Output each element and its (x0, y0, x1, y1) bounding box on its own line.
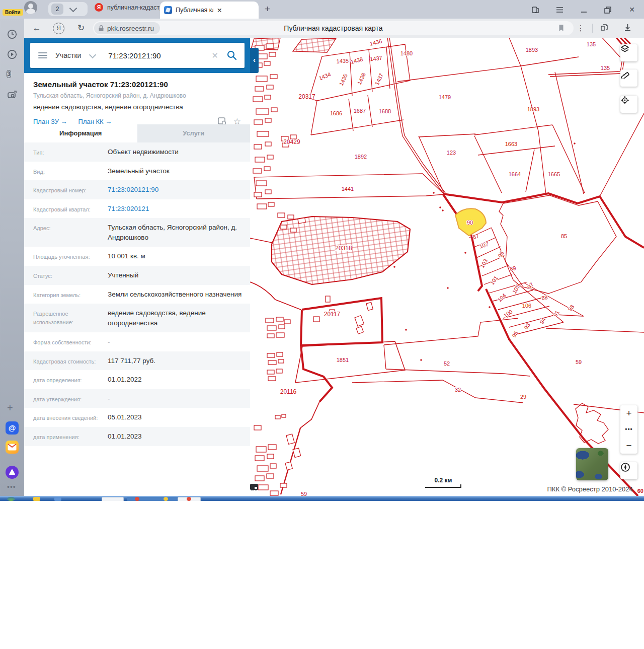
map-parcel-label[interactable]: 1479 (439, 94, 451, 100)
map-parcel-label[interactable]: 85 (561, 233, 567, 239)
tab-information[interactable]: Информация (24, 124, 137, 142)
map-parcel-label[interactable]: 1438 (350, 56, 364, 65)
locate-object-button[interactable] (620, 96, 637, 113)
map-parcel-label[interactable]: 1893 (527, 106, 539, 112)
tab-services[interactable]: Услуги (137, 124, 251, 142)
overview-minimap[interactable] (576, 448, 608, 480)
info-row-value[interactable]: 71:23:020121 (108, 204, 243, 214)
map-parcel-label[interactable]: 52 (444, 360, 450, 367)
map-parcel-label[interactable]: 95 (511, 330, 519, 339)
category-chevron-icon[interactable] (89, 51, 96, 58)
new-tab-button[interactable]: + (265, 4, 270, 15)
fullscreen-icon[interactable] (250, 484, 258, 490)
sidebar-more-icon[interactable]: ••• (7, 483, 16, 491)
map-parcel-label[interactable]: 20317 (298, 93, 315, 100)
map-parcel-label[interactable]: 100 (503, 309, 514, 319)
map-parcel-label[interactable]: 1892 (355, 154, 367, 160)
map-parcel-label[interactable]: 88 (541, 294, 548, 301)
map-parcel-label[interactable]: 107 (478, 241, 489, 250)
taskbar-icon[interactable] (33, 497, 40, 501)
refresh-icon[interactable]: ↻ (74, 22, 88, 35)
map-parcel-label[interactable]: 1436 (369, 38, 383, 47)
close-tab-icon[interactable]: ✕ (217, 7, 255, 14)
history-icon[interactable] (7, 29, 18, 40)
play-icon[interactable] (7, 49, 18, 60)
login-button[interactable]: Войти (3, 9, 23, 16)
cadastral-map[interactable]: 1436148014351438143714341435143814371893… (250, 38, 644, 496)
search-category[interactable]: Участки (55, 51, 81, 59)
map-parcel-label[interactable]: 89 (509, 265, 516, 272)
map-parcel-label[interactable]: 1688 (379, 108, 391, 114)
tab-count-pill[interactable]: 2 (48, 2, 88, 16)
menu-icon[interactable] (547, 6, 572, 14)
bookmark-flag-icon[interactable] (558, 24, 565, 34)
map-parcel-label[interactable]: 20318 (335, 245, 352, 252)
map-parcel-label[interactable]: 20116 (280, 388, 297, 395)
side-panels-icon[interactable] (523, 5, 547, 14)
url-field[interactable]: pkk.rosreestr.ru Публичная кадастровая к… (93, 21, 574, 35)
collections-icon[interactable] (593, 24, 616, 33)
map-parcel-label[interactable]: 20117 (324, 311, 341, 318)
tab-groups-icon[interactable]: 3 (7, 69, 18, 80)
start-orb-icon[interactable] (7, 497, 15, 501)
zoom-in-button[interactable]: + (620, 405, 637, 421)
map-parcel-label[interactable]: 1893 (526, 47, 538, 53)
map-parcel-label[interactable]: 1441 (342, 186, 354, 192)
map-parcel-label[interactable]: 1665 (548, 171, 560, 177)
measure-button[interactable] (620, 69, 637, 87)
map-parcel-label[interactable]: 59 (576, 359, 582, 365)
more-options-icon[interactable]: ⋮ (569, 24, 592, 33)
close-window-icon[interactable]: ✕ (620, 6, 644, 14)
url-chip[interactable]: pkk.rosreestr.ru (94, 22, 160, 34)
tab-pkk-active[interactable]: Публичная кадастрова ✕ (160, 2, 259, 19)
map-parcel-label[interactable]: 1686 (330, 110, 342, 116)
avatar[interactable] (24, 1, 37, 14)
downloads-icon[interactable] (616, 24, 639, 33)
map-parcel-label[interactable]: 1437 (374, 73, 384, 86)
map-parcel-label[interactable]: 1435 (338, 73, 349, 87)
map-parcel-label[interactable]: 104 (496, 292, 507, 303)
map-parcel-label[interactable]: 29 (520, 394, 526, 400)
map-parcel-label[interactable]: 90 (467, 220, 473, 226)
map-parcel-label[interactable]: 20429 (283, 138, 300, 146)
map-parcel-label[interactable]: 1434 (318, 71, 332, 81)
map-parcel-label[interactable]: 101 (489, 275, 499, 286)
map-parcel-label[interactable]: 103 (479, 258, 489, 269)
compass-button[interactable] (620, 462, 637, 479)
map-parcel-label[interactable]: 1437 (370, 55, 383, 62)
search-icon[interactable] (226, 50, 237, 61)
mailru-app-icon[interactable]: @ (6, 421, 19, 435)
layers-button[interactable] (620, 44, 637, 61)
minimize-icon[interactable] (572, 6, 596, 14)
windows-taskbar[interactable] (0, 496, 644, 501)
back-icon[interactable]: ← (30, 22, 43, 35)
map-parcel-label[interactable]: 106 (522, 303, 531, 309)
taskbar-icon[interactable] (54, 497, 61, 501)
yandex-mail-app-icon[interactable] (6, 441, 19, 454)
map-parcel-label[interactable]: 135 (601, 65, 610, 71)
search-box[interactable]: Участки 71:23:20121:90 ✕ (30, 43, 245, 68)
screenshot-icon[interactable] (7, 89, 18, 100)
zoom-out-button[interactable]: − (620, 438, 637, 454)
collapse-panel-button[interactable]: ‹ (250, 48, 259, 73)
map-parcel-label[interactable]: 1435 (336, 57, 349, 64)
add-panel-icon[interactable]: + (7, 402, 13, 414)
yandex-services-icon[interactable]: Я (53, 23, 64, 34)
map-parcel-label[interactable]: 123 (447, 150, 456, 156)
map-parcel-label[interactable]: 97 (526, 281, 535, 290)
map-parcel-label[interactable]: 135 (587, 41, 596, 47)
map-parcel-label[interactable]: 1851 (337, 357, 349, 363)
map-parcel-label[interactable]: 1664 (509, 171, 521, 177)
info-row-value[interactable]: 71:23:020121:90 (108, 185, 243, 195)
map-parcel-label[interactable]: 1438 (356, 72, 367, 86)
map-parcel-label[interactable]: 1480 (400, 50, 413, 56)
map-parcel-label[interactable]: 91 (552, 310, 560, 318)
clear-search-icon[interactable]: ✕ (212, 51, 218, 60)
zoom-more-button[interactable]: ••• (620, 421, 637, 438)
alice-assistant-icon[interactable] (6, 466, 19, 479)
map-parcel-label[interactable]: 1663 (505, 141, 517, 147)
map-parcel-label[interactable]: 1687 (354, 108, 366, 114)
restore-window-icon[interactable] (596, 5, 620, 13)
search-menu-icon[interactable] (38, 51, 47, 60)
search-input[interactable]: 71:23:20121:90 (108, 51, 211, 60)
